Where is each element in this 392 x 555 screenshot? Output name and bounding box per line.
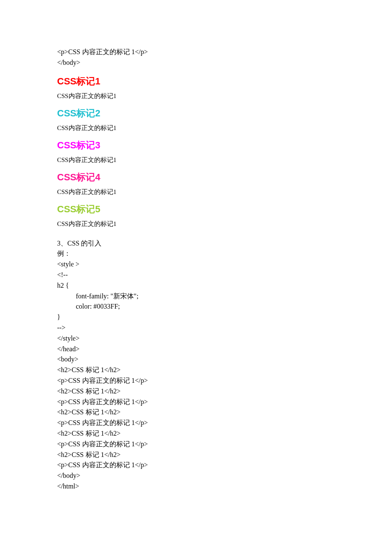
code-line: <p>CSS 内容正文的标记 1</p> <box>57 460 337 471</box>
code-line: </body> <box>57 471 337 481</box>
code-line: </head> <box>57 344 337 355</box>
code-line: <p>CSS 内容正文的标记 1</p> <box>57 439 337 450</box>
demo-text-2: CSS内容正文的标记1 <box>57 124 337 132</box>
demo-heading-5: CSS标记5 <box>57 203 337 216</box>
code-line: } <box>57 312 337 323</box>
code-line: --> <box>57 323 337 333</box>
demo-text-3: CSS内容正文的标记1 <box>57 156 337 164</box>
code-line: </html> <box>57 481 337 492</box>
demo-text-1: CSS内容正文的标记1 <box>57 92 337 100</box>
code-line: h2 { <box>57 280 337 291</box>
demo-text-5: CSS内容正文的标记1 <box>57 220 337 228</box>
code-line: <style > <box>57 259 337 270</box>
demo-heading-1: CSS标记1 <box>57 75 337 88</box>
code-line: <p>CSS 内容正文的标记 1</p> <box>57 397 337 408</box>
code-line: <h2>CSS 标记 1</h2> <box>57 407 337 418</box>
code-line: <h2>CSS 标记 1</h2> <box>57 450 337 460</box>
code-line: <body> <box>57 354 337 365</box>
code-line: <h2>CSS 标记 1</h2> <box>57 428 337 439</box>
demo-heading-2: CSS标记2 <box>57 107 337 120</box>
demo-heading-4: CSS标记4 <box>57 171 337 184</box>
section-title: 3、CSS 的引入 <box>57 238 337 249</box>
code-line: <h2>CSS 标记 1</h2> <box>57 365 337 376</box>
document-page: <p>CSS 内容正文的标记 1</p> </body> CSS标记1 CSS内… <box>0 0 392 517</box>
code-line: <!-- <box>57 270 337 280</box>
example-label: 例： <box>57 249 337 259</box>
rendered-demo: CSS标记1 CSS内容正文的标记1 CSS标记2 CSS内容正文的标记1 CS… <box>57 75 337 228</box>
code-line: </body> <box>57 58 337 68</box>
code-line: </style> <box>57 333 337 344</box>
code-line: <p>CSS 内容正文的标记 1</p> <box>57 418 337 428</box>
code-line: <p>CSS 内容正文的标记 1</p> <box>57 47 337 58</box>
code-line: <h2>CSS 标记 1</h2> <box>57 386 337 397</box>
code-line: color: #0033FF; <box>57 301 337 312</box>
demo-text-4: CSS内容正文的标记1 <box>57 188 337 196</box>
code-line: font-family: "新宋体"; <box>57 291 337 302</box>
code-line: <p>CSS 内容正文的标记 1</p> <box>57 376 337 386</box>
demo-heading-3: CSS标记3 <box>57 139 337 152</box>
